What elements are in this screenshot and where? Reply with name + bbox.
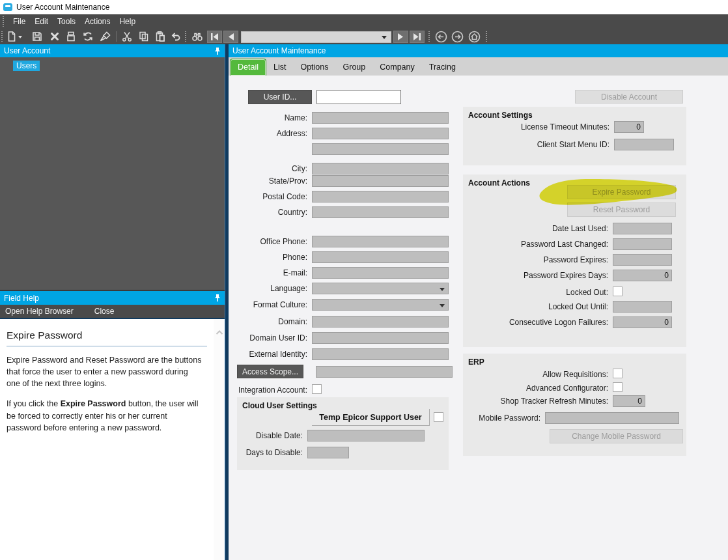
password-last-changed-input (613, 238, 672, 250)
temp-epicor-support-user-checkbox[interactable] (434, 412, 443, 422)
disable-account-button[interactable]: Disable Account (575, 90, 683, 104)
tab-options[interactable]: Options (293, 59, 335, 76)
tab-company[interactable]: Company (372, 59, 422, 76)
account-actions-title: Account Actions (468, 178, 530, 188)
integration-account-checkbox[interactable] (312, 384, 322, 394)
main-panel: User Account Maintenance Detail List Opt… (229, 44, 728, 560)
new-icon[interactable] (6, 31, 23, 42)
days-to-disable-label: Days to Disable: (237, 447, 307, 458)
last-record-button[interactable] (410, 31, 425, 43)
chevron-down-icon (440, 288, 445, 291)
close-help-button[interactable]: Close (89, 305, 120, 318)
shop-tracker-label: Shop Tracker Refresh Minutes: (463, 395, 613, 407)
pin-icon[interactable] (214, 294, 221, 302)
advanced-configurator-label: Advanced Configurator: (463, 382, 613, 394)
domain-user-id-label: Domain User ID: (229, 332, 312, 344)
tree-panel-header: User Account (0, 44, 225, 57)
access-scope-input (316, 366, 453, 378)
help-scrollbar[interactable] (214, 319, 225, 560)
external-identity-label: External Identity: (229, 348, 312, 360)
forward-icon[interactable] (451, 30, 464, 44)
help-topic-title: Expire Password (7, 329, 205, 341)
phone-label: Phone: (229, 251, 312, 263)
tab-detail[interactable]: Detail (230, 59, 266, 76)
menu-tools[interactable]: Tools (53, 15, 80, 28)
first-record-button[interactable] (207, 31, 222, 43)
toolbar (0, 29, 728, 44)
record-combobox[interactable] (241, 31, 391, 43)
left-panel: User Account Users Field Help Open Help … (0, 44, 225, 560)
toolbar-grip-handle[interactable] (428, 31, 431, 42)
main-panel-title: User Account Maintenance (232, 46, 326, 55)
menu-file[interactable]: File (8, 15, 30, 28)
back-icon[interactable] (434, 30, 448, 44)
locked-out-until-label: Locked Out Until: (463, 301, 613, 313)
paste-icon[interactable] (154, 31, 166, 42)
consecutive-logon-failures-input: 0 (613, 316, 672, 328)
undo-icon[interactable] (170, 31, 182, 42)
client-start-menu-label: Client Start Menu ID: (463, 139, 614, 150)
account-settings-title: Account Settings (468, 111, 533, 120)
consecutive-logon-failures-label: Consecutive Logon Failures: (463, 316, 613, 328)
tab-strip: Detail List Options Group Company Tracin… (229, 57, 728, 76)
license-timeout-input: 0 (614, 121, 644, 133)
city-input (312, 163, 449, 175)
search-icon[interactable] (191, 31, 204, 42)
home-icon[interactable] (468, 30, 481, 44)
menu-edit[interactable]: Edit (30, 15, 53, 28)
language-select (312, 283, 449, 294)
attachments-icon[interactable] (65, 31, 77, 42)
open-help-browser-button[interactable]: Open Help Browser (0, 305, 79, 318)
menubar-grip-handle[interactable] (2, 16, 5, 27)
save-icon[interactable] (31, 31, 43, 42)
toolbar-grip-handle[interactable] (486, 31, 488, 42)
advanced-configurator-checkbox[interactable] (613, 382, 623, 392)
tree-item-users[interactable]: Users (13, 61, 40, 71)
clear-icon[interactable] (99, 31, 112, 42)
tab-list[interactable]: List (266, 59, 293, 76)
menu-help[interactable]: Help (115, 15, 140, 28)
user-id-button[interactable]: User ID... (248, 90, 312, 104)
country-label: Country: (229, 206, 312, 218)
pin-icon[interactable] (214, 47, 221, 55)
password-expires-days-label: Password Expires Days: (463, 270, 613, 281)
toolbar-grip-handle[interactable] (185, 31, 188, 42)
disable-date-label: Disable Date: (237, 430, 307, 441)
office-phone-input (312, 236, 449, 247)
expire-password-button[interactable]: Expire Password (567, 185, 676, 199)
locked-out-checkbox[interactable] (613, 287, 623, 296)
detail-form: User ID... Name: Address: City: State/Pr… (229, 76, 728, 560)
date-last-used-label: Date Last Used: (463, 223, 613, 234)
reset-password-button[interactable]: Reset Password (567, 203, 676, 217)
phone-input (312, 251, 449, 263)
city-label: City: (229, 163, 312, 175)
cut-icon[interactable] (121, 31, 133, 42)
cloud-user-settings-title: Cloud User Settings (242, 401, 317, 410)
mobile-password-input (545, 412, 679, 424)
delete-icon[interactable] (49, 31, 61, 42)
access-scope-button[interactable]: Access Scope... (237, 365, 303, 378)
name-label: Name: (229, 112, 312, 124)
toolbar-grip-handle[interactable] (1, 31, 4, 42)
previous-record-button[interactable] (223, 31, 238, 43)
temp-epicor-support-user-label: Temp Epicor Support User (312, 409, 430, 426)
shop-tracker-input: 0 (613, 395, 645, 407)
domain-label: Domain: (229, 316, 312, 328)
allow-requisitions-checkbox[interactable] (613, 369, 623, 378)
refresh-icon[interactable] (82, 31, 94, 42)
copy-icon[interactable] (138, 31, 150, 42)
password-expires-days-input: 0 (613, 270, 672, 281)
user-id-input[interactable] (316, 90, 401, 104)
password-expires-label: Password Expires: (463, 254, 613, 266)
menu-bar: File Edit Tools Actions Help (0, 14, 728, 29)
account-settings-group: Account Settings License Timeout Minutes… (463, 107, 686, 165)
change-mobile-password-button[interactable]: Change Mobile Password (550, 429, 683, 443)
state-label: State/Prov: (229, 175, 312, 187)
menu-actions[interactable]: Actions (80, 15, 115, 28)
tab-group[interactable]: Group (336, 59, 373, 76)
state-input (312, 175, 449, 187)
tab-tracing[interactable]: Tracing (422, 59, 463, 76)
next-record-button[interactable] (393, 31, 408, 43)
format-culture-label: Format Culture: (229, 299, 312, 311)
tree-panel-title: User Account (4, 46, 50, 55)
